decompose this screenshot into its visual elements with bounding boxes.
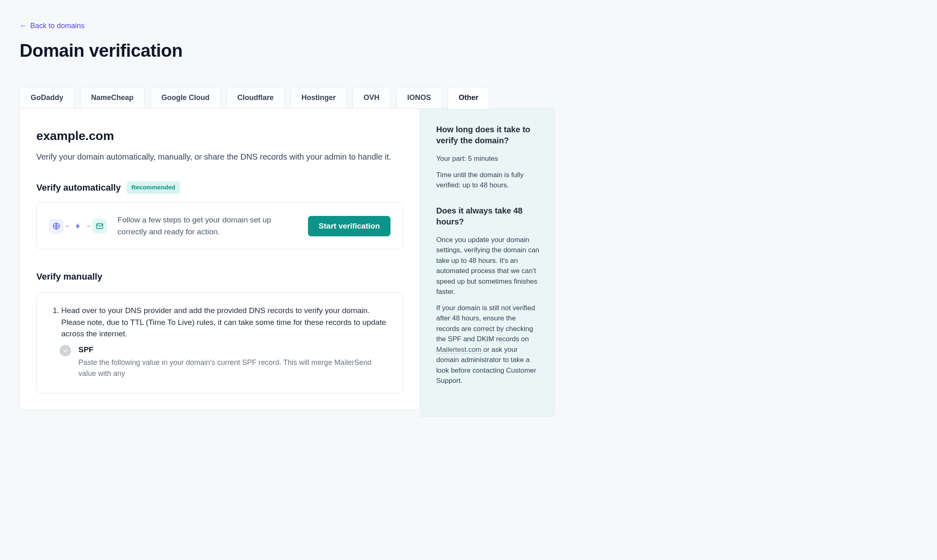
connector-dash-icon: – (65, 221, 69, 231)
spf-record: SPF Paste the following value in your do… (60, 344, 390, 380)
tab-other[interactable]: Other (448, 87, 489, 109)
start-verification-button[interactable]: Start verification (308, 216, 390, 236)
manual-card: Head over to your DNS provider and add t… (36, 292, 403, 393)
back-to-domains-link[interactable]: ← Back to domains (20, 20, 85, 31)
faq-a2b-pre: If your domain is still not verified aft… (436, 304, 535, 343)
domain-name: example.com (36, 127, 403, 145)
tab-hostinger[interactable]: Hostinger (290, 87, 347, 109)
faq-sidebar: How long does it take to verify the doma… (420, 108, 555, 417)
verify-auto-heading: Verify automatically (36, 181, 121, 194)
faq-a1b: Time until the domain is fully verified:… (436, 170, 540, 191)
tab-godaddy[interactable]: GoDaddy (20, 87, 74, 109)
icon-chain: – – (49, 219, 107, 233)
connector-dash-icon: – (87, 221, 91, 231)
tab-namecheap[interactable]: NameCheap (80, 87, 145, 109)
spf-desc: Paste the following value in your domain… (78, 357, 390, 379)
check-circle-icon (60, 345, 71, 356)
auto-verify-card: – – Follow a few steps to get your domai… (36, 202, 403, 249)
faq-a1a: Your part: 5 minutes (436, 153, 540, 164)
tab-google-cloud[interactable]: Google Cloud (150, 87, 221, 109)
recommended-badge: Recommended (127, 181, 181, 194)
faq-a2b: If your domain is still not verified aft… (436, 303, 540, 386)
manual-step-1: Head over to your DNS provider and add t… (61, 305, 390, 379)
globe-icon (49, 219, 64, 233)
provider-tabs: GoDaddy NameCheap Google Cloud Cloudflar… (20, 87, 917, 109)
tab-cloudflare[interactable]: Cloudflare (226, 87, 285, 109)
arrow-left-icon: ← (20, 20, 27, 31)
faq-a2a: Once you update your domain settings, ve… (436, 235, 540, 297)
tab-ovh[interactable]: OVH (352, 87, 390, 109)
spf-title: SPF (78, 344, 390, 356)
mailertest-link[interactable]: Mailertest.com (436, 346, 482, 354)
tab-ionos[interactable]: IONOS (396, 87, 442, 109)
verify-manual-heading: Verify manually (36, 270, 403, 283)
bolt-icon (71, 219, 85, 233)
faq-q2: Does it always take 48 hours? (436, 205, 540, 227)
faq-q1: How long does it take to verify the doma… (436, 124, 540, 146)
mail-icon (92, 219, 107, 233)
lead-text: Verify your domain automatically, manual… (36, 151, 403, 163)
back-link-text: Back to domains (30, 20, 85, 31)
page-title: Domain verification (20, 37, 917, 64)
manual-step-1-text: Head over to your DNS provider and add t… (61, 306, 386, 338)
main-panel: example.com Verify your domain automatic… (20, 108, 420, 410)
auto-card-text: Follow a few steps to get your domain se… (118, 214, 297, 238)
